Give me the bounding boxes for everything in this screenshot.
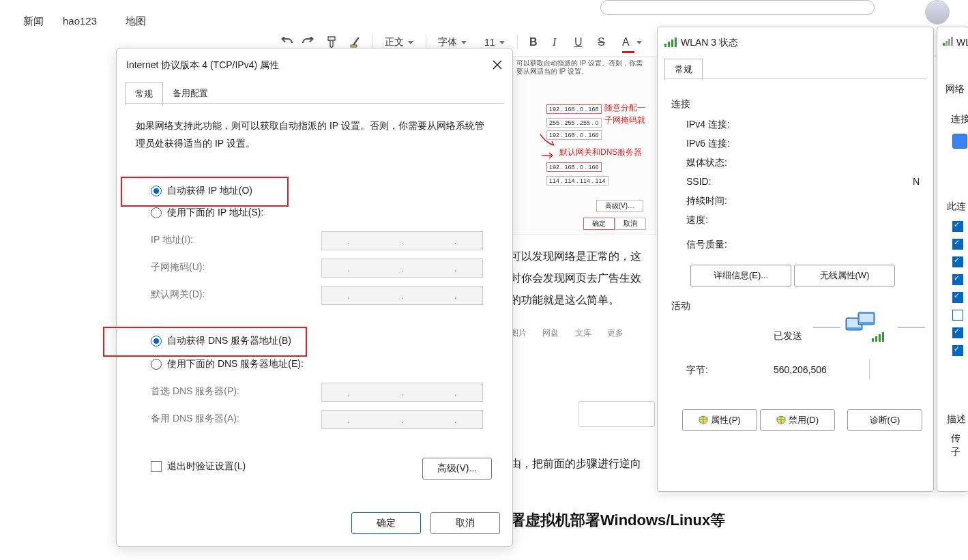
section-connection: 连接 [671, 98, 690, 110]
section-activity: 活动 [671, 300, 690, 312]
radio-use-dns[interactable]: 使用下面的 DNS 服务器地址(E): [151, 358, 304, 370]
checkbox-validate[interactable]: 退出时验证设置(L) [151, 460, 246, 473]
input-mask: ... [321, 259, 483, 278]
row-speed: 速度: [686, 214, 708, 226]
img-mask: 255 . 255 . 255 . 0 [546, 118, 602, 128]
img-ip1: 192 . 168 . 0 . 168 [546, 104, 602, 114]
network-icon [952, 134, 967, 149]
close-icon[interactable] [489, 57, 505, 73]
cancel-button[interactable]: 取消 [430, 512, 500, 534]
wlan-tab-general[interactable]: 常规 [664, 59, 703, 80]
wlan-title: WLAN 3 状态 [681, 37, 738, 49]
font-color-button[interactable]: A [622, 33, 642, 52]
separator [372, 34, 373, 49]
tag[interactable]: 文库 [575, 328, 591, 338]
avatar[interactable] [925, 0, 950, 25]
nav-hao123[interactable]: hao123 [63, 15, 97, 27]
article-line: 可以发现网络是正常的，这 [510, 246, 641, 267]
checkbox[interactable] [952, 221, 963, 232]
label-sent: 已发送 [774, 330, 802, 342]
tab-alternate[interactable]: 备用配置 [163, 83, 218, 106]
img-dns: 114 . 114 . 114 . 114 [546, 176, 608, 186]
img-cancel-btn: 取消 [615, 218, 646, 230]
separator [426, 34, 426, 49]
radio-dot-icon [151, 186, 162, 196]
dlg3-desc: 描述 [947, 413, 966, 426]
checkbox[interactable] [952, 274, 963, 285]
article-subheading: 署虚拟机部署Windows/Linux等 [510, 510, 725, 531]
radio-label: 使用下面的 IP 地址(S): [167, 207, 263, 219]
separator [517, 34, 518, 49]
checkbox[interactable] [952, 327, 963, 338]
nav-map[interactable]: 地图 [126, 15, 146, 28]
svg-rect-12 [879, 334, 881, 342]
button-label: 禁用(D) [789, 414, 819, 426]
label-bytes: 字节: [686, 364, 708, 377]
bold-button[interactable]: B [529, 33, 538, 52]
annot-mask: 子网掩码就 [604, 115, 645, 126]
tab-general[interactable]: 常规 [125, 83, 163, 106]
font-family-label: 字体 [438, 36, 457, 48]
radio-dot-icon [151, 359, 162, 370]
radio-auto-dns[interactable]: 自动获得 DNS 服务器地址(B) [151, 335, 291, 347]
input-gateway: ... [321, 286, 483, 305]
dialog-title: Internet 协议版本 4 (TCP/IPv4) 属性 [126, 59, 279, 72]
font-size-label: 11 [484, 37, 495, 48]
tab-underline [664, 78, 926, 79]
button-label: 属性(P) [711, 414, 740, 426]
disable-button[interactable]: 禁用(D) [760, 409, 835, 431]
checkbox[interactable] [952, 239, 963, 250]
radio-use-ip[interactable]: 使用下面的 IP 地址(S): [151, 207, 263, 219]
annot-gwdns: 默认网关和DNS服务器 [559, 147, 642, 158]
checkbox[interactable] [952, 345, 963, 356]
advanced-button[interactable]: 高级(V)... [422, 458, 492, 480]
wifi-props-button[interactable]: 无线属性(W) [794, 265, 895, 286]
svg-rect-9 [860, 314, 873, 322]
tag[interactable]: 更多 [607, 328, 624, 338]
svg-rect-4 [675, 38, 677, 47]
row-ssid: SSID: [686, 176, 712, 187]
checkbox[interactable] [952, 310, 963, 321]
diagnose-button[interactable]: 诊断(G) [847, 409, 922, 431]
svg-rect-15 [943, 43, 945, 46]
activity-line [898, 322, 925, 332]
wlan-properties-dialog-partial: WL 网络 连接 此连 描述 传 子 [937, 27, 968, 492]
nav-news[interactable]: 新闻 [23, 15, 44, 28]
dlg3-thisconn: 此连 [947, 201, 966, 213]
shield-icon [699, 415, 708, 425]
details-button[interactable]: 详细信息(E)... [690, 265, 791, 286]
italic-button[interactable]: I [553, 33, 556, 52]
radio-auto-ip[interactable]: 自动获得 IP 地址(O) [151, 185, 252, 197]
radio-dot-icon [151, 207, 162, 218]
ok-button[interactable]: 确定 [351, 512, 421, 534]
search-pill[interactable] [600, 0, 875, 15]
wifi-signal-icon [872, 331, 884, 344]
input-dns1: ... [321, 383, 483, 402]
properties-button[interactable]: 属性(P) [682, 409, 757, 431]
dlg3-connect: 连接 [951, 113, 968, 126]
para-style-label: 正文 [385, 36, 404, 48]
strike-button[interactable]: S [598, 33, 605, 52]
red-arrow-icon [540, 151, 557, 161]
img-ok-btn: 确定 [583, 218, 615, 230]
tag[interactable]: 网盘 [542, 328, 559, 338]
annot-random: 随意分配一 [604, 102, 645, 114]
row-ipv6: IPv6 连接: [686, 138, 730, 150]
empty-button[interactable] [578, 401, 655, 427]
checkbox[interactable] [952, 292, 963, 303]
row-media: 媒体状态: [686, 157, 727, 169]
svg-rect-13 [882, 332, 884, 342]
underline-button[interactable]: U [574, 33, 583, 52]
checkbox[interactable] [952, 256, 963, 267]
article-text: 可以发现网络是正常的，这 时你会发现网页去广告生效 的功能就是这么简单。 [510, 246, 641, 311]
article-tags: 图片 网盘 文库 更多 [510, 327, 637, 339]
ipv4-properties-dialog: Internet 协议版本 4 (TCP/IPv4) 属性 常规 备用配置 如果… [116, 48, 513, 547]
article-text-2: 由，把前面的步骤进行逆向 [510, 457, 641, 471]
svg-rect-0 [351, 45, 357, 47]
label-gateway: 默认网关(D): [151, 289, 205, 301]
svg-rect-16 [945, 41, 948, 46]
label-dns2: 备用 DNS 服务器(A): [151, 413, 239, 425]
tab-row: 常规 备用配置 [125, 83, 218, 106]
dlg3-line: 子 [951, 446, 960, 458]
shield-icon [776, 415, 786, 425]
